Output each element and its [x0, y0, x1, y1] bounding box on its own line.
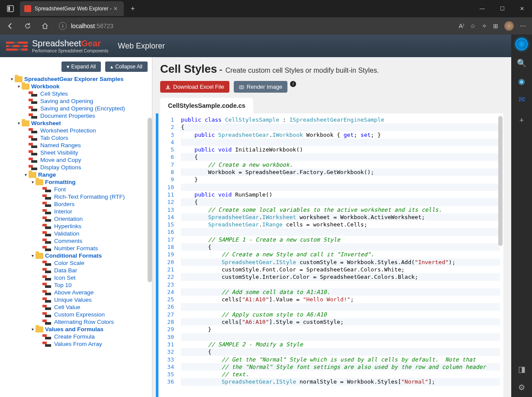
document-icon: [29, 165, 38, 170]
tree-item[interactable]: Borders: [3, 200, 152, 208]
tree-item[interactable]: Move and Copy: [3, 156, 152, 164]
read-aloud-icon[interactable]: A⁾: [459, 23, 464, 29]
edge-sidebar: 🔍 ◉ ✉ + ◨ ⚙: [511, 35, 532, 397]
add-sidebar-icon[interactable]: +: [516, 115, 527, 126]
collapse-all-button[interactable]: ▴Collapse All: [105, 61, 148, 72]
tree-label: Font: [54, 186, 66, 193]
tree-range[interactable]: ▾Range: [3, 171, 152, 178]
tree-item[interactable]: Top 10: [3, 281, 152, 289]
tree-values[interactable]: ▾Values and Formulas: [3, 326, 152, 333]
search-icon[interactable]: 🔍: [516, 58, 527, 68]
tree-item[interactable]: Saving and Opening: [3, 97, 152, 105]
tree-item[interactable]: Values From Array: [3, 340, 152, 348]
tree-item[interactable]: Comments: [3, 237, 152, 245]
tree-item[interactable]: Cell Styles: [3, 90, 152, 97]
refresh-button[interactable]: [21, 19, 35, 33]
tree-item[interactable]: Create Formula: [3, 333, 152, 340]
menu-icon[interactable]: ⋯: [520, 23, 526, 29]
render-image-button[interactable]: Render Image: [234, 81, 287, 93]
favorite-icon[interactable]: ☆: [470, 23, 476, 29]
tree-item[interactable]: Saving and Opening (Encrypted): [3, 105, 152, 112]
tree-item[interactable]: Unique Values: [3, 296, 152, 303]
page-title: Cell Styles: [160, 62, 217, 75]
tree-label: Conditional Formats: [45, 252, 102, 259]
document-icon: [42, 268, 52, 273]
tree-conditional[interactable]: ▾Conditional Formats: [3, 252, 152, 259]
tree-item[interactable]: Number Formats: [3, 245, 152, 252]
tree-item[interactable]: Above Average: [3, 289, 152, 296]
document-icon: [42, 231, 52, 236]
site-info-icon[interactable]: i: [59, 22, 67, 30]
tree-worksheet[interactable]: ▾Worksheet: [3, 119, 152, 127]
document-icon: [42, 246, 52, 251]
back-button[interactable]: [3, 19, 17, 33]
info-icon[interactable]: i: [290, 81, 296, 87]
tree-item[interactable]: Worksheet Protection: [3, 127, 152, 134]
tree-item[interactable]: Cell Value: [3, 303, 152, 311]
address-bar[interactable]: i localhost:58723: [55, 19, 455, 33]
close-tab-icon[interactable]: ✕: [112, 6, 119, 12]
bing-chat-icon[interactable]: [516, 38, 528, 50]
tree-item[interactable]: Color Scale: [3, 259, 152, 267]
tree-item[interactable]: Rich-Text Formatting (RTF): [3, 193, 152, 200]
browser-tab[interactable]: SpreadsheetGear Web Explorer - ✕: [20, 1, 124, 16]
tree-label: Named Ranges: [40, 142, 81, 148]
folder-icon: [35, 253, 43, 259]
folder-icon: [29, 172, 36, 178]
tree-item[interactable]: Orientation: [3, 215, 152, 223]
minimize-button[interactable]: —: [472, 0, 492, 17]
collections-icon[interactable]: ⊞: [493, 23, 498, 29]
tree-label: Range: [38, 171, 56, 178]
folder-icon: [15, 76, 23, 82]
document-icon: [42, 297, 52, 303]
code-content: public class CellStylesSample : ISpreads…: [177, 113, 503, 397]
folder-icon: [22, 84, 29, 90]
tree-formatting[interactable]: ▾Formatting: [3, 178, 152, 186]
new-tab-button[interactable]: +: [127, 3, 138, 14]
expand-all-button[interactable]: ▾Expand All: [61, 61, 101, 72]
camera-icon: [239, 84, 244, 90]
tree-item[interactable]: Alternating Row Colors: [3, 318, 152, 326]
tree-label: Above Average: [54, 289, 94, 296]
document-icon: [42, 290, 52, 295]
chevron-up-icon: ▴: [110, 64, 113, 70]
tab-overview-icon[interactable]: [3, 2, 17, 16]
tree-label: Worksheet: [31, 120, 61, 126]
tree-label: Formatting: [45, 179, 76, 185]
tree-item[interactable]: Data Bar: [3, 267, 152, 274]
sidebar-toggle-icon[interactable]: ◨: [516, 364, 527, 374]
close-window-button[interactable]: ✕: [512, 0, 532, 17]
tree-root[interactable]: ▾SpreadsheetGear Explorer Samples: [3, 75, 152, 83]
tree-label: Unique Values: [54, 297, 92, 303]
tree-item[interactable]: Document Properties: [3, 112, 152, 119]
document-icon: [42, 209, 52, 214]
tree-label: SpreadsheetGear Explorer Samples: [24, 76, 124, 82]
tree-item[interactable]: Custom Expression: [3, 311, 152, 318]
copilot-icon[interactable]: ◉: [516, 76, 527, 87]
code-editor[interactable]: 1234567891011121314151617181920212223242…: [156, 113, 503, 397]
tree-label: Values and Formulas: [45, 326, 103, 332]
settings-icon[interactable]: ⚙: [516, 382, 527, 393]
profile-avatar[interactable]: [504, 21, 514, 31]
tree-workbook[interactable]: ▾Workbook: [3, 83, 152, 90]
download-excel-button[interactable]: Download Excel File: [160, 81, 229, 93]
tree-item[interactable]: Validation: [3, 230, 152, 237]
home-button[interactable]: [38, 19, 52, 33]
code-tab[interactable]: CellStylesSample.code.cs: [160, 98, 253, 113]
tree-item[interactable]: Tab Colors: [3, 134, 152, 142]
tree-item[interactable]: Hyperlinks: [3, 223, 152, 230]
tree-item[interactable]: Font: [3, 186, 152, 193]
document-icon: [29, 99, 38, 104]
favorites-bar-icon[interactable]: ✧: [482, 23, 487, 29]
tree-item[interactable]: Named Ranges: [3, 142, 152, 149]
tree-label: Sheet Visibility: [40, 149, 78, 156]
tree-item[interactable]: Interior: [3, 208, 152, 215]
tree-item[interactable]: Icon Set: [3, 274, 152, 281]
page-subtitle: Create custom cell Styles or modify buil…: [226, 67, 379, 74]
tree-label: Tab Colors: [40, 135, 68, 141]
tree-item[interactable]: Sheet Visibility: [3, 149, 152, 156]
maximize-button[interactable]: ☐: [492, 0, 512, 17]
tree-label: Color Scale: [54, 260, 84, 266]
outlook-icon[interactable]: ✉: [516, 94, 527, 105]
tree-item[interactable]: Display Options: [3, 164, 152, 171]
